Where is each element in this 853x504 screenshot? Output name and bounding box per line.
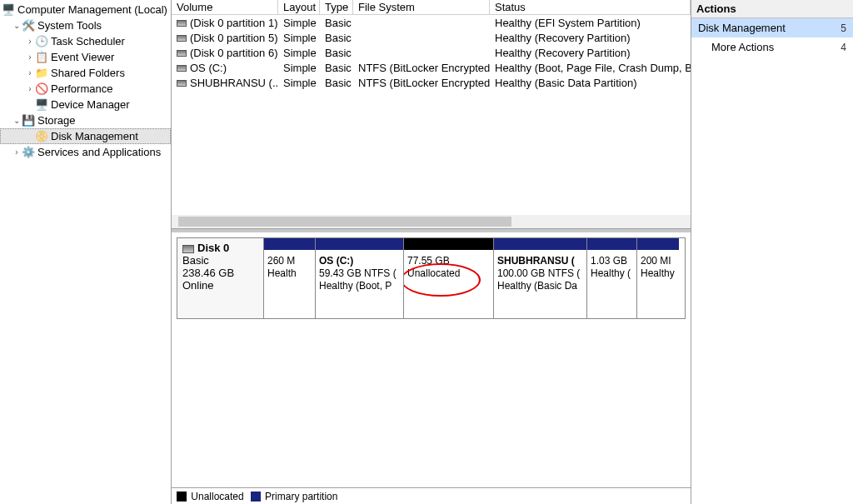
tree-label: Performance xyxy=(51,82,112,95)
tree-performance[interactable]: › 🚫 Performance xyxy=(0,81,171,97)
col-layout[interactable]: Layout xyxy=(278,0,320,14)
tree-services[interactable]: › ⚙️ Services and Applications xyxy=(0,144,171,160)
disk-icon: 📀 xyxy=(35,130,48,143)
expand-icon[interactable]: › xyxy=(25,84,35,93)
partition[interactable]: 77.55 GBUnallocated xyxy=(404,238,494,318)
partition-header xyxy=(494,238,586,250)
expand-icon[interactable]: › xyxy=(12,147,22,157)
disk-label[interactable]: Disk 0 Basic 238.46 GB Online xyxy=(177,238,264,318)
volume-row[interactable]: (Disk 0 partition 6)SimpleBasicHealthy (… xyxy=(172,45,691,60)
legend-swatch-primary xyxy=(251,492,261,502)
partition-header xyxy=(637,238,679,250)
device-icon: 🖥️ xyxy=(35,98,48,112)
partition-body: 77.55 GBUnallocated xyxy=(404,250,493,318)
tree-label: Storage xyxy=(37,114,76,127)
tree-device-manager[interactable]: 🖥️ Device Manager xyxy=(0,97,171,112)
tree-label: Device Manager xyxy=(51,98,130,111)
partition-body: SHUBHRANSU (100.00 GB NTFS (Healthy (Bas… xyxy=(494,250,586,318)
tree-system-tools[interactable]: ⌄ 🛠️ System Tools xyxy=(0,17,171,33)
volume-icon xyxy=(177,20,187,27)
volume-icon xyxy=(177,80,187,87)
disk-state: Online xyxy=(182,279,258,292)
legend-swatch-unallocated xyxy=(177,492,187,502)
partition-body: 1.03 GBHealthy ( xyxy=(587,250,636,318)
horizontal-scrollbar[interactable] xyxy=(172,215,691,228)
volume-icon xyxy=(177,65,187,72)
storage-icon: 💾 xyxy=(22,114,35,127)
action-more-actions[interactable]: More Actions 4 xyxy=(691,37,853,57)
volume-icon xyxy=(177,50,187,57)
services-icon: ⚙️ xyxy=(22,146,35,159)
tree-root[interactable]: 🖥️ Computer Management (Local) xyxy=(0,2,171,17)
volume-table[interactable]: Volume Layout Type File System Status (D… xyxy=(172,0,691,229)
tree-label: Shared Folders xyxy=(51,67,125,79)
volume-row[interactable]: (Disk 0 partition 1)SimpleBasicHealthy (… xyxy=(172,15,691,30)
col-filesystem[interactable]: File System xyxy=(353,0,490,14)
tree-label: Event Viewer xyxy=(51,51,114,63)
disk-icon xyxy=(182,245,194,253)
collapse-icon[interactable]: ⌄ xyxy=(12,116,22,125)
partition-body: 200 MIHealthy xyxy=(637,250,679,318)
tree-label: System Tools xyxy=(37,19,102,32)
partition[interactable]: OS (C:)59.43 GB NTFS (Healthy (Boot, P xyxy=(316,238,404,318)
legend-unallocated: Unallocated xyxy=(191,491,243,502)
action-label: More Actions xyxy=(711,41,774,53)
performance-icon: 🚫 xyxy=(35,82,48,96)
main-content: Volume Layout Type File System Status (D… xyxy=(172,0,691,504)
folder-icon: 📁 xyxy=(35,67,48,80)
tree-event-viewer[interactable]: › 📋 Event Viewer xyxy=(0,49,171,65)
collapse-icon[interactable]: ⌄ xyxy=(12,21,22,30)
tree-label: Task Scheduler xyxy=(51,35,125,47)
partition[interactable]: SHUBHRANSU (100.00 GB NTFS (Healthy (Bas… xyxy=(494,238,587,318)
partition-body: 260 MHealth xyxy=(264,250,315,318)
col-type[interactable]: Type xyxy=(320,0,353,14)
tree-task-scheduler[interactable]: › 🕒 Task Scheduler xyxy=(0,33,171,49)
volume-row[interactable]: (Disk 0 partition 5)SimpleBasicHealthy (… xyxy=(172,30,691,45)
volume-row[interactable]: OS (C:)SimpleBasicNTFS (BitLocker Encryp… xyxy=(172,60,691,75)
action-label: Disk Management xyxy=(698,22,786,34)
col-status[interactable]: Status xyxy=(490,0,691,14)
computer-icon: 🖥️ xyxy=(2,3,15,17)
action-count: 4 xyxy=(841,42,846,53)
tree-label: Computer Management (Local) xyxy=(17,3,167,16)
tree-label: Services and Applications xyxy=(37,146,161,158)
nav-tree[interactable]: 🖥️ Computer Management (Local) ⌄ 🛠️ Syst… xyxy=(0,0,172,504)
volume-row[interactable]: SHUBHRANSU (...SimpleBasicNTFS (BitLocke… xyxy=(172,75,691,90)
tree-disk-management[interactable]: 📀 Disk Management xyxy=(0,128,171,144)
tools-icon: 🛠️ xyxy=(22,19,35,32)
disk-graphical-view: Disk 0 Basic 238.46 GB Online 260 MHealt… xyxy=(172,229,691,504)
legend: Unallocated Primary partition xyxy=(172,487,691,504)
partition-header xyxy=(316,238,403,250)
actions-header: Actions xyxy=(691,0,853,18)
partition-header xyxy=(264,238,315,250)
clock-icon: 🕒 xyxy=(35,35,48,48)
partition[interactable]: 260 MHealth xyxy=(264,238,316,318)
partition[interactable]: 1.03 GBHealthy ( xyxy=(587,238,637,318)
scrollbar-thumb[interactable] xyxy=(178,217,511,227)
action-count: 5 xyxy=(841,22,846,34)
partition[interactable]: 200 MIHealthy xyxy=(637,238,679,318)
partition-header xyxy=(404,238,493,250)
tree-label: Disk Management xyxy=(51,130,138,142)
disk-type: Basic xyxy=(182,254,258,267)
legend-primary: Primary partition xyxy=(265,491,337,502)
volume-icon xyxy=(177,35,187,42)
tree-storage[interactable]: ⌄ 💾 Storage xyxy=(0,112,171,128)
expand-icon[interactable]: › xyxy=(25,52,35,62)
partition-body: OS (C:)59.43 GB NTFS (Healthy (Boot, P xyxy=(316,250,403,318)
action-disk-management[interactable]: Disk Management 5 xyxy=(691,18,853,37)
col-volume[interactable]: Volume xyxy=(172,0,278,14)
disk-name: Disk 0 xyxy=(197,242,229,254)
expand-icon[interactable]: › xyxy=(25,68,35,77)
volume-header-row: Volume Layout Type File System Status xyxy=(172,0,691,15)
disk-size: 238.46 GB xyxy=(182,267,258,279)
tree-shared-folders[interactable]: › 📁 Shared Folders xyxy=(0,65,171,81)
disk-row[interactable]: Disk 0 Basic 238.46 GB Online 260 MHealt… xyxy=(177,237,686,319)
partition-header xyxy=(587,238,636,250)
event-icon: 📋 xyxy=(35,51,48,64)
expand-icon[interactable]: › xyxy=(25,37,35,46)
actions-panel: Actions Disk Management 5 More Actions 4 xyxy=(691,0,853,504)
